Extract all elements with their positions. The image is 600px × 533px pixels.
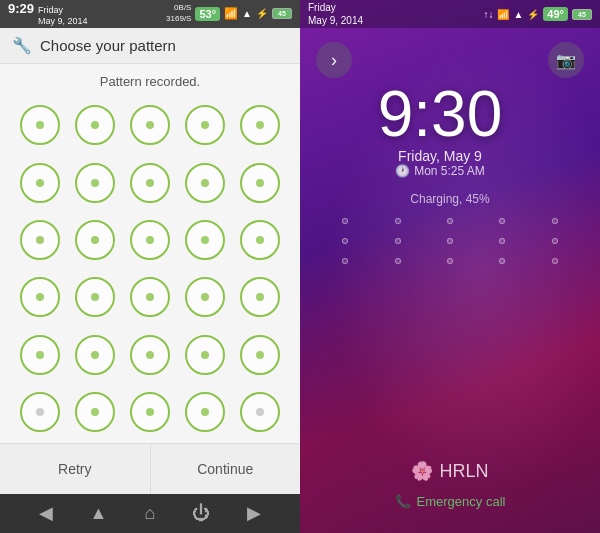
lock-dot-3 (447, 218, 453, 224)
lock-alarm: 🕐 Mon 5:25 AM (300, 164, 584, 178)
lock-time: 9:30 (300, 82, 584, 146)
brand-icon: 🌸 (411, 460, 433, 482)
nav-bar-left: ◀ ▲ ⌂ ⏻ ▶ (0, 494, 300, 533)
status-bar-right: Friday May 9, 2014 ↑↓ 📶 ▲ ⚡ 49° 45 (300, 0, 600, 28)
status-bar-left: 9:29 Friday May 9, 2014 0B/S 3169/S 53° … (0, 0, 300, 28)
left-day: Friday (38, 5, 88, 16)
right-status-datedetail: May 9, 2014 (308, 14, 363, 27)
pattern-dot-24 (179, 328, 230, 381)
pattern-dot-15 (234, 213, 285, 266)
pattern-dot-14 (179, 213, 230, 266)
pattern-dot-17 (70, 271, 121, 324)
pattern-dot-12 (70, 213, 121, 266)
page-title: Choose your pattern (40, 37, 176, 54)
pattern-dot-27 (70, 385, 121, 438)
lock-dot-5 (552, 218, 558, 224)
pattern-dot-8 (125, 156, 176, 209)
lock-dot-7 (395, 238, 401, 244)
network-icon-right: ↑↓ (483, 9, 493, 20)
temp-badge-left: 53° (195, 7, 220, 21)
home-nav-icon[interactable]: ⌂ (144, 503, 155, 524)
lock-dot-6 (342, 238, 348, 244)
pattern-dot-22 (70, 328, 121, 381)
retry-button[interactable]: Retry (0, 444, 151, 494)
charging-status: Charging, 45% (316, 192, 584, 206)
wifi-icon-right: ▲ (513, 9, 523, 20)
pattern-grid[interactable] (15, 99, 285, 439)
lock-dot-14 (499, 258, 505, 264)
brand-name: HRLN (439, 461, 488, 482)
pattern-dot-11 (15, 213, 66, 266)
lock-dot-4 (499, 218, 505, 224)
pattern-dot-10 (234, 156, 285, 209)
data-speed-1: 0B/S (174, 3, 191, 13)
lock-date: Friday, May 9 (300, 148, 584, 164)
lock-screen-content: › 📷 9:30 Friday, May 9 🕐 Mon 5:25 AM Cha… (300, 28, 600, 533)
pattern-dot-5 (234, 99, 285, 152)
lock-dot-8 (447, 238, 453, 244)
emergency-call-button[interactable]: 📞 Emergency call (316, 494, 584, 509)
lock-expand-button[interactable]: › (316, 42, 352, 78)
pattern-dot-18 (125, 271, 176, 324)
right-panel: Friday May 9, 2014 ↑↓ 📶 ▲ ⚡ 49° 45 › 📷 9… (300, 0, 600, 533)
pattern-dot-16 (15, 271, 66, 324)
lock-dots-grid[interactable] (316, 218, 584, 264)
temp-badge-right: 49° (543, 7, 568, 21)
wifi-icon: ▲ (242, 8, 252, 19)
charge-icon-right: ⚡ (527, 9, 539, 20)
lock-nav-row: › 📷 (316, 42, 584, 78)
wrench-icon: 🔧 (12, 36, 32, 55)
lock-bottom: 🌸 HRLN 📞 Emergency call (316, 460, 584, 525)
pattern-dot-13 (125, 213, 176, 266)
signal-icon: 📶 (224, 7, 238, 20)
left-date: May 9, 2014 (38, 16, 88, 27)
pattern-dot-6 (15, 156, 66, 209)
pattern-dot-25 (234, 328, 285, 381)
lock-dot-10 (552, 238, 558, 244)
lock-dot-2 (395, 218, 401, 224)
battery-left: 45 (272, 8, 292, 19)
continue-button[interactable]: Continue (151, 444, 301, 494)
pattern-dot-21 (15, 328, 66, 381)
pattern-dot-26 (15, 385, 66, 438)
lock-dot-12 (395, 258, 401, 264)
lock-dot-9 (499, 238, 505, 244)
alarm-time: Mon 5:25 AM (414, 164, 485, 178)
pattern-dot-30 (234, 385, 285, 438)
phone-icon: 📞 (395, 494, 411, 509)
lock-dot-15 (552, 258, 558, 264)
pattern-dot-19 (179, 271, 230, 324)
lock-dot-11 (342, 258, 348, 264)
pattern-dot-2 (70, 99, 121, 152)
brand-row: 🌸 HRLN (316, 460, 584, 482)
back-nav-icon[interactable]: ◀ (39, 502, 53, 524)
lock-dot-1 (342, 218, 348, 224)
action-bar: Retry Continue (0, 443, 300, 494)
left-time: 9:29 (8, 1, 34, 16)
pattern-header: 🔧 Choose your pattern (0, 28, 300, 64)
lock-dot-13 (447, 258, 453, 264)
emergency-call-label: Emergency call (417, 494, 506, 509)
pattern-status: Pattern recorded. (0, 64, 300, 95)
up-nav-icon[interactable]: ▲ (90, 503, 108, 524)
left-panel: 9:29 Friday May 9, 2014 0B/S 3169/S 53° … (0, 0, 300, 533)
battery-icon-left: ⚡ (256, 8, 268, 19)
signal-icon-right: 📶 (497, 9, 509, 20)
battery-right: 45 (572, 9, 592, 20)
forward-nav-icon[interactable]: ▶ (247, 502, 261, 524)
data-speed-2: 3169/S (166, 14, 191, 24)
pattern-dot-20 (234, 271, 285, 324)
pattern-dot-28 (125, 385, 176, 438)
pattern-dot-3 (125, 99, 176, 152)
right-status-date: Friday (308, 1, 363, 14)
pattern-dot-4 (179, 99, 230, 152)
pattern-dot-9 (179, 156, 230, 209)
pattern-dot-23 (125, 328, 176, 381)
pattern-grid-container (0, 95, 300, 443)
power-nav-icon[interactable]: ⏻ (192, 503, 210, 524)
pattern-dot-1 (15, 99, 66, 152)
alarm-icon: 🕐 (395, 164, 410, 178)
pattern-dot-7 (70, 156, 121, 209)
lock-camera-button[interactable]: 📷 (548, 42, 584, 78)
pattern-dot-29 (179, 385, 230, 438)
